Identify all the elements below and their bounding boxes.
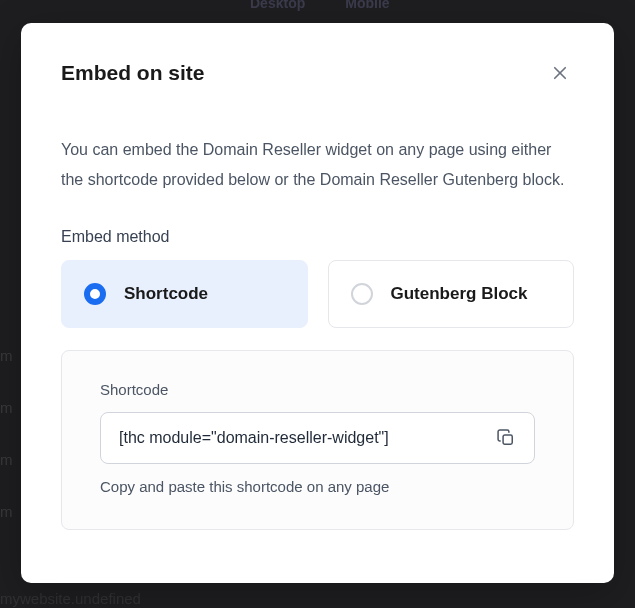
shortcode-input-row xyxy=(100,412,535,464)
modal-description: You can embed the Domain Reseller widget… xyxy=(61,135,574,194)
radio-icon xyxy=(84,283,106,305)
option-shortcode-label: Shortcode xyxy=(124,284,208,304)
shortcode-help-text: Copy and paste this shortcode on any pag… xyxy=(100,478,535,495)
copy-button[interactable] xyxy=(492,424,520,452)
option-gutenberg[interactable]: Gutenberg Block xyxy=(328,260,575,328)
modal-title: Embed on site xyxy=(61,61,205,85)
option-shortcode[interactable]: Shortcode xyxy=(61,260,308,328)
svg-rect-2 xyxy=(503,435,512,444)
shortcode-panel: Shortcode Copy and paste this shortcode … xyxy=(61,350,574,530)
copy-icon xyxy=(496,428,516,448)
radio-icon xyxy=(351,283,373,305)
shortcode-input[interactable] xyxy=(119,429,492,447)
modal-header: Embed on site xyxy=(61,59,574,87)
shortcode-label: Shortcode xyxy=(100,381,535,398)
close-button[interactable] xyxy=(546,59,574,87)
close-icon xyxy=(551,64,569,82)
embed-method-options: Shortcode Gutenberg Block xyxy=(61,260,574,328)
embed-modal: Embed on site You can embed the Domain R… xyxy=(21,23,614,583)
embed-method-label: Embed method xyxy=(61,228,574,246)
option-gutenberg-label: Gutenberg Block xyxy=(391,284,528,304)
